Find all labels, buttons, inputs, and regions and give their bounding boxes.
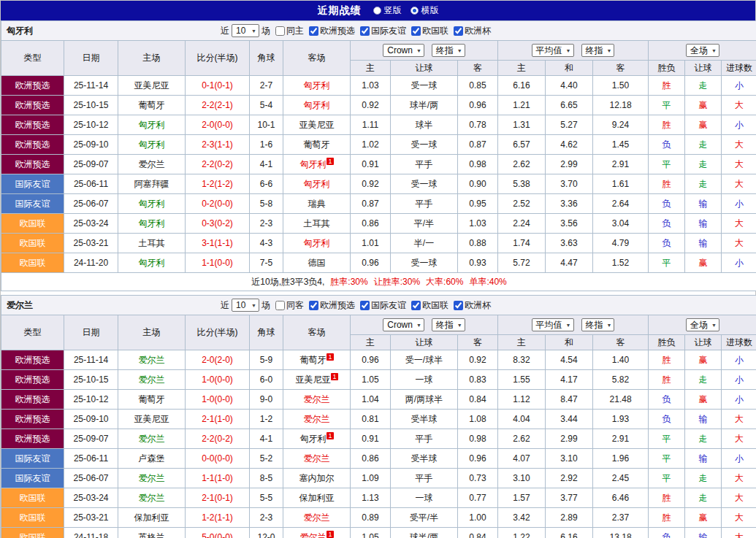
competition-type-cell: 国际友谊 — [1, 449, 64, 469]
odds-home-cell: 0.92 — [351, 174, 391, 194]
corners-cell: 4-1 — [250, 155, 283, 174]
same-venue-checkbox[interactable]: 同主 — [275, 25, 304, 37]
result-winloss-cell: 胜 — [649, 350, 685, 370]
odds-home-cell: 0.96 — [351, 350, 391, 370]
home-team-cell: 匈牙利 — [118, 253, 186, 273]
result-handicap-cell: 输 — [685, 410, 722, 429]
avg-final-odds-select[interactable]: 终指▼ — [581, 44, 615, 57]
result-goals-cell: 小 — [722, 253, 756, 273]
checkbox-input[interactable] — [275, 26, 285, 36]
competition-checkbox-1[interactable]: 国际友谊 — [360, 25, 406, 37]
score-cell: 0-0(0-0) — [186, 449, 250, 469]
home-team-cell: 葡萄牙 — [118, 96, 186, 115]
odds-away-cell: 0.84 — [458, 528, 498, 538]
competition-checkbox-3[interactable]: 欧洲杯 — [454, 299, 491, 312]
result-goals-cell: 小 — [722, 449, 756, 469]
corners-cell: 12-0 — [250, 528, 283, 538]
checkbox-input[interactable] — [411, 301, 421, 310]
competition-checkbox-1[interactable]: 国际友谊 — [360, 299, 406, 312]
result-winloss-cell: 负 — [649, 528, 685, 538]
result-winloss-cell: 负 — [649, 194, 685, 214]
match-count-select[interactable]: 10▼ — [232, 299, 259, 312]
corners-cell: 9-0 — [250, 390, 283, 410]
same-venue-checkbox[interactable]: 同客 — [275, 299, 304, 312]
scope-select[interactable]: 全场▼ — [686, 318, 719, 331]
result-goals-cell: 大 — [722, 174, 756, 194]
handicap-cell: 受半球 — [391, 449, 458, 469]
page-title: 近期战绩 — [318, 4, 362, 18]
result-goals-cell: 大 — [722, 234, 756, 253]
checkbox-input[interactable] — [411, 26, 421, 36]
result-goals-cell: 大 — [722, 488, 756, 508]
avg-draw-cell: 8.47 — [546, 390, 593, 410]
competition-checkbox-3[interactable]: 欧洲杯 — [454, 25, 491, 37]
avg-home-cell: 2.52 — [498, 194, 546, 214]
team-label: 爱尔兰 — [304, 394, 330, 404]
odds-away-cell: 0.73 — [458, 469, 498, 488]
odds-home-cell: 0.91 — [351, 155, 391, 174]
competition-checkbox-0[interactable]: 欧洲预选 — [309, 299, 355, 312]
scope-select[interactable]: 全场▼ — [686, 44, 719, 57]
dropdown-arrow-icon: ▼ — [711, 48, 717, 53]
away-team-cell: 匈牙利1 — [283, 155, 351, 174]
col-score: 比分(半场) — [186, 41, 250, 76]
avg-draw-cell: 6.65 — [546, 96, 593, 115]
result-winloss-cell: 胜 — [649, 488, 685, 508]
avg-draw-cell: 4.17 — [546, 370, 593, 390]
home-team-cell: 匈牙利 — [118, 135, 186, 155]
odds-home-cell: 1.05 — [351, 370, 391, 390]
filter-bar: 近10▼场同客欧洲预选国际友谊欧国联欧洲杯 — [221, 299, 491, 312]
checkbox-input[interactable] — [275, 301, 285, 310]
match-row: 欧国联25-03-24匈牙利0-3(0-2)2-3土耳其0.86平/半1.032… — [1, 214, 756, 234]
checkbox-input[interactable] — [454, 26, 463, 36]
result-winloss-cell: 平 — [649, 155, 685, 174]
team-label: 亚美尼亚 — [299, 120, 335, 130]
result-goals-cell: 小 — [722, 115, 756, 135]
checkbox-input[interactable] — [309, 26, 318, 36]
final-odds-select[interactable]: 终指▼ — [432, 44, 465, 57]
odds-home-cell: 0.89 — [351, 508, 391, 528]
checkbox-input[interactable] — [454, 301, 463, 310]
average-select[interactable]: 平均值▼ — [532, 318, 574, 331]
average-select[interactable]: 平均值▼ — [532, 44, 574, 57]
avg-draw-cell: 2.92 — [546, 469, 593, 488]
odds-home-cell: 1.05 — [351, 528, 391, 538]
home-team-cell: 亚美尼亚 — [118, 76, 186, 96]
team-label: 亚美尼亚 — [134, 414, 169, 424]
match-count-select[interactable]: 10▼ — [232, 24, 259, 37]
checkbox-input[interactable] — [360, 26, 370, 36]
result-winloss-cell: 负 — [649, 410, 685, 429]
section-header: 匈牙利近10▼场同主欧洲预选国际友谊欧国联欧洲杯 — [1, 20, 756, 40]
competition-type-cell: 欧国联 — [1, 253, 64, 273]
bookmaker-header: Crown▼终指▼ — [351, 41, 498, 61]
result-handicap-cell: 走 — [685, 469, 722, 488]
checkbox-input[interactable] — [360, 301, 370, 310]
result-handicap-cell: 输 — [685, 528, 722, 538]
result-handicap-cell: 走 — [685, 429, 722, 449]
date-cell: 24-11-20 — [64, 253, 118, 273]
checkbox-input[interactable] — [309, 301, 318, 310]
score-cell: 2-0(2-0) — [186, 350, 250, 370]
odds-away-cell: 0.87 — [458, 135, 498, 155]
competition-checkbox-2[interactable]: 欧国联 — [411, 25, 448, 37]
odds-home-cell: 0.87 — [351, 194, 391, 214]
avg-final-odds-select[interactable]: 终指▼ — [581, 318, 615, 331]
bookmaker-select[interactable]: Crown▼ — [383, 318, 424, 331]
match-row: 欧洲预选25-11-14爱尔兰2-0(2-0)5-9葡萄牙10.96受一/球半0… — [1, 350, 756, 370]
final-odds-select[interactable]: 终指▼ — [432, 318, 465, 331]
team-label: 爱尔兰 — [139, 473, 165, 483]
odds-away-cell: 0.96 — [458, 449, 498, 469]
team-name: 爱尔兰 — [1, 299, 221, 312]
competition-checkbox-2[interactable]: 欧国联 — [411, 299, 448, 312]
competition-checkbox-0[interactable]: 欧洲预选 — [309, 25, 355, 37]
odds-away-cell: 0.90 — [458, 174, 498, 194]
score-cell: 2-0(0-0) — [186, 115, 250, 135]
result-handicap-cell: 赢 — [685, 350, 722, 370]
bookmaker-select[interactable]: Crown▼ — [383, 44, 424, 57]
layout-radio-vertical[interactable]: 竖版 — [373, 4, 402, 17]
layout-radio-horizontal[interactable]: 横版 — [411, 4, 439, 17]
team-label: 瑞典 — [308, 199, 326, 209]
team-label: 阿塞拜疆 — [134, 179, 169, 189]
score-cell: 2-2(0-2) — [186, 429, 250, 449]
corners-cell: 7-5 — [250, 253, 283, 273]
